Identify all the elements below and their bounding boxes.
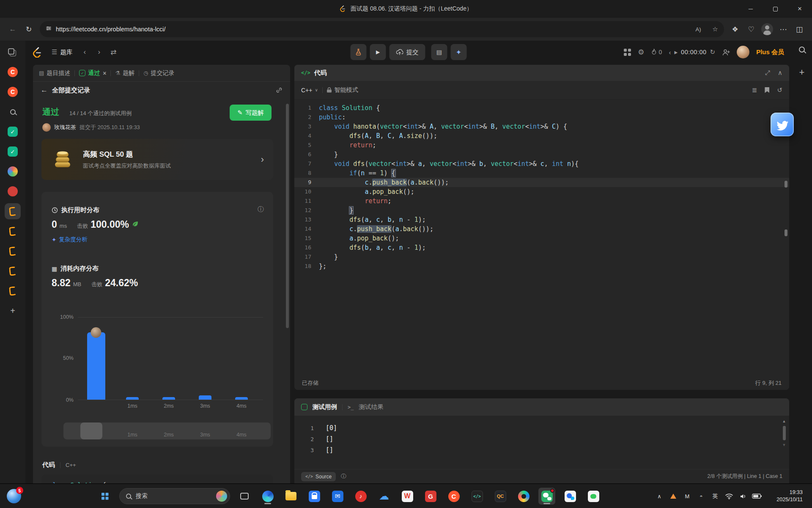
tab-testcases[interactable]: 测试用例: [313, 403, 337, 411]
start-button[interactable]: [96, 488, 113, 505]
next-problem-button[interactable]: ›: [93, 45, 105, 59]
tab-close-icon[interactable]: ×: [103, 70, 106, 77]
close-button[interactable]: ×: [787, 0, 812, 18]
widgets-button[interactable]: 5: [7, 489, 21, 503]
tray-m-icon[interactable]: M: [682, 489, 692, 503]
chart-range-slider[interactable]: 1ms2ms3ms4ms: [63, 422, 271, 439]
colorful-ide[interactable]: [515, 488, 532, 505]
code-line-9[interactable]: 9 c.push_back(a.back());: [294, 178, 789, 187]
code-line-14[interactable]: 14 c.push_back(a.back());: [294, 224, 789, 234]
battery-icon[interactable]: [752, 489, 762, 503]
wps-office[interactable]: W: [399, 488, 416, 505]
debug-button[interactable]: [351, 44, 367, 60]
timer-collapse-icon[interactable]: ‹: [669, 49, 671, 56]
tab-actions-icon[interactable]: [5, 44, 21, 60]
code-line-3[interactable]: 3 void hanota(vector<int>& A, vector<int…: [294, 122, 789, 131]
extensions-button[interactable]: ❖: [727, 22, 743, 37]
sidebar-add-icon[interactable]: +: [799, 67, 805, 78]
volume-icon[interactable]: [738, 489, 748, 503]
taskbar-clock[interactable]: 19:33 2025/10/11: [776, 489, 803, 503]
leetcode-tab-icon[interactable]: [5, 223, 21, 239]
scroll-down-icon[interactable]: ▼: [782, 443, 786, 447]
runtime-bar-1ms[interactable]: [126, 397, 139, 400]
notes-button[interactable]: ▤: [431, 44, 447, 60]
scroll-up-icon[interactable]: ▲: [782, 419, 786, 423]
search-tab-icon[interactable]: [5, 104, 21, 120]
testcase-body[interactable]: 1[0]2[]3[] ▲ ▼: [294, 416, 789, 469]
code-line-8[interactable]: 8 if(n == 1) {: [294, 168, 789, 178]
code-line-4[interactable]: 4 dfs(A, B, C, A.size());: [294, 131, 789, 141]
minimize-button[interactable]: ─: [738, 0, 763, 18]
cloud-drive[interactable]: ☁: [376, 488, 392, 505]
qc-app[interactable]: QC: [492, 488, 509, 505]
red-g-app[interactable]: G: [422, 488, 439, 505]
code-line-6[interactable]: 6 }: [294, 150, 789, 159]
tab-test-result[interactable]: 测试结果: [359, 403, 383, 411]
tray-app-icon[interactable]: ◓: [696, 489, 706, 503]
browser-profile-button[interactable]: [760, 22, 775, 37]
sql50-promo-card[interactable]: 高频 SQL 50 题 面试考点全覆盖应对高阶数据库面试 ›: [41, 139, 273, 180]
info-icon[interactable]: ⓘ: [258, 205, 264, 213]
daily-streak[interactable]: 0: [651, 49, 662, 55]
maximize-button[interactable]: [763, 0, 787, 18]
green-site-tab-icon[interactable]: ✓: [5, 124, 21, 140]
refresh-button[interactable]: ↻: [21, 22, 36, 37]
favorite-star-button[interactable]: ☆: [709, 23, 721, 36]
wifi-icon[interactable]: [724, 489, 734, 503]
green-site-tab-icon[interactable]: ✓: [5, 144, 21, 160]
red-site-tab-icon[interactable]: [5, 183, 21, 199]
wechat[interactable]: [538, 488, 555, 505]
leetcode-tab-icon[interactable]: [5, 243, 21, 259]
code-line-10[interactable]: 10 a.pop_back();: [294, 187, 789, 196]
tray-colorful-icon[interactable]: [668, 489, 678, 503]
tab-accepted[interactable]: ✓ 通过 ×: [79, 69, 106, 77]
code-line-13[interactable]: 13 dfs(a, c, b, n - 1);: [294, 215, 789, 224]
language-select[interactable]: C++ ∨: [301, 87, 318, 94]
testcase-line-3[interactable]: 3[]: [294, 444, 789, 456]
testcase-line-2[interactable]: 2[]: [294, 433, 789, 444]
user-avatar[interactable]: [737, 46, 749, 58]
search-highlight-image[interactable]: [216, 491, 227, 502]
submit-button[interactable]: 提交: [390, 44, 425, 60]
code-line-12[interactable]: 12 }: [294, 206, 789, 215]
fullscreen-icon[interactable]: ⤢: [765, 69, 770, 77]
address-bar[interactable]: https://leetcode.cn/problems/hanota-lcci…: [40, 21, 724, 37]
back-button[interactable]: ←: [5, 22, 20, 37]
floating-assistant-button[interactable]: [771, 113, 794, 136]
dev-ide[interactable]: </>: [469, 488, 486, 505]
timer-reset-icon[interactable]: ↻: [710, 48, 716, 56]
url-text[interactable]: https://leetcode.cn/problems/hanota-lcci…: [56, 26, 166, 33]
ime-indicator[interactable]: 英: [710, 489, 720, 503]
invite-user-icon[interactable]: [722, 49, 730, 56]
complexity-analysis-link[interactable]: ✦ 复杂度分析: [52, 236, 88, 243]
ai-assistant-button[interactable]: ✦: [451, 44, 467, 60]
leetcode-tab-icon[interactable]: [5, 203, 21, 219]
browser-essentials-button[interactable]: ♡: [743, 22, 759, 37]
testcase-scrollbar[interactable]: ▲ ▼: [781, 419, 787, 447]
scroll-thumb[interactable]: [783, 426, 786, 440]
run-button[interactable]: ▶: [370, 44, 386, 60]
file-explorer[interactable]: [283, 488, 299, 505]
tab-submission-history[interactable]: ◷ 提交记录: [143, 69, 174, 77]
code-line-2[interactable]: 2public:: [294, 113, 789, 122]
timer-play-icon[interactable]: ▶: [674, 50, 678, 55]
mail-app[interactable]: ✉: [329, 488, 346, 505]
source-button[interactable]: </> Source: [301, 472, 336, 481]
code-editor[interactable]: 1class Solution {2public:3 void hanota(v…: [294, 99, 789, 376]
chat-app[interactable]: [585, 488, 602, 505]
format-code-icon[interactable]: ≣: [752, 86, 757, 94]
new-tab-icon[interactable]: +: [5, 303, 21, 319]
csdn-tab-icon[interactable]: C: [5, 64, 21, 80]
sidebar-search-icon[interactable]: [799, 47, 805, 52]
copy-link-icon[interactable]: [276, 87, 283, 94]
testcase-line-1[interactable]: 1[0]: [294, 422, 789, 433]
taskbar-search[interactable]: 搜索: [119, 488, 230, 504]
split-screen-button[interactable]: ◫: [792, 22, 807, 37]
leetcode-tab-icon[interactable]: [5, 283, 21, 299]
code-line-11[interactable]: 11 return;: [294, 196, 789, 206]
leetcode-tab-icon[interactable]: [5, 263, 21, 279]
csdn-app[interactable]: C: [445, 488, 462, 505]
leetcode-logo[interactable]: [32, 47, 43, 58]
all-submissions-back[interactable]: ← 全部提交记录: [33, 82, 290, 99]
csdn-tab-icon[interactable]: C: [5, 84, 21, 100]
